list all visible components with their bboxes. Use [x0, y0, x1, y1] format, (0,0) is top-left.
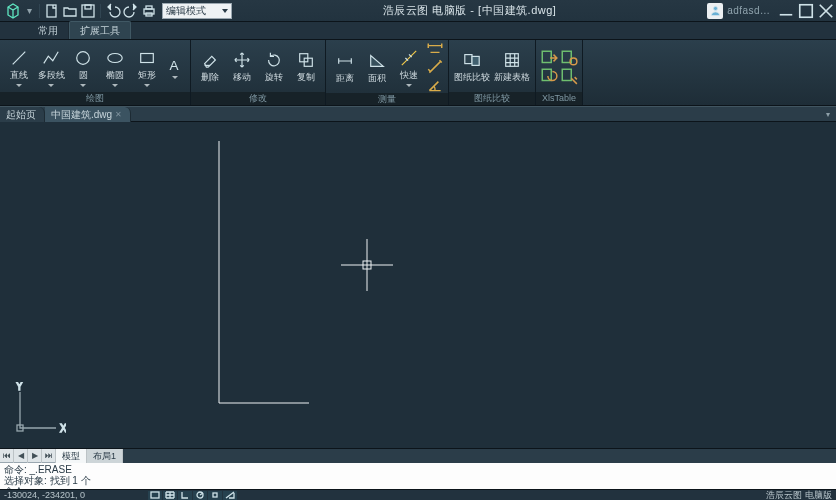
quick-measure-tool[interactable]: 快速 — [394, 47, 424, 87]
group-label-xlstable: XlsTable — [536, 92, 582, 105]
dim-angular-icon[interactable] — [426, 77, 444, 93]
tab-menu-icon[interactable]: ▾ — [820, 110, 836, 119]
rotate-tool[interactable]: 旋转 — [259, 49, 289, 84]
otrack-toggle[interactable] — [223, 491, 237, 500]
svg-rect-1 — [82, 5, 94, 17]
svg-text:Y: Y — [16, 382, 23, 392]
polyline-tool[interactable]: 多段线 — [36, 47, 66, 87]
maximize-button[interactable] — [796, 3, 816, 19]
ribbon: 直线 多段线 圆 椭圆 矩形 A 绘图 删除 移动 旋转 复制 修改 距离 面积… — [0, 40, 836, 106]
ribbon-group-compare: 图纸比较 新建表格 图纸比较 — [449, 40, 536, 105]
tab-last-icon[interactable]: ⏭ — [42, 449, 56, 463]
status-toggles — [148, 491, 237, 500]
line-tool[interactable]: 直线 — [4, 47, 34, 87]
drawing-canvas[interactable]: X Y — [0, 122, 836, 448]
command-line[interactable]: 命令: _.ERASE 选择对象: 找到 1 个 命令: — [0, 462, 836, 489]
svg-rect-16 — [506, 54, 519, 67]
svg-text:A: A — [170, 58, 179, 73]
file-tab-bar: 起始页 中国建筑.dwg✕ ▾ — [0, 106, 836, 122]
undo-icon[interactable] — [105, 3, 121, 19]
user-icon — [707, 3, 723, 19]
dim-aligned-icon[interactable] — [426, 59, 444, 75]
svg-point-6 — [713, 6, 717, 10]
ribbon-group-modify: 删除 移动 旋转 复制 修改 — [191, 40, 326, 105]
cmd-history-2: 选择对象: 找到 1 个 — [4, 475, 832, 486]
user-area[interactable]: adfasd... — [707, 3, 770, 19]
ribbon-group-draw: 直线 多段线 圆 椭圆 矩形 A 绘图 — [0, 40, 191, 105]
status-bar: -130024, -234201, 0 浩辰云图 电脑版 — [0, 489, 836, 500]
group-label-measure: 测量 — [326, 93, 448, 105]
circle-tool[interactable]: 圆 — [68, 47, 98, 87]
svg-rect-0 — [47, 5, 56, 17]
crosshair-cursor — [341, 239, 393, 291]
erase-tool[interactable]: 删除 — [195, 49, 225, 84]
ellipse-tool[interactable]: 椭圆 — [100, 47, 130, 87]
distance-tool[interactable]: 距离 — [330, 50, 360, 85]
group-label-modify: 修改 — [191, 92, 325, 105]
save-icon[interactable] — [80, 3, 96, 19]
redo-icon[interactable] — [123, 3, 139, 19]
status-brand: 浩辰云图 电脑版 — [237, 489, 836, 501]
window-title: 浩辰云图 电脑版 - [中国建筑.dwg] — [232, 3, 707, 18]
user-name: adfasd... — [727, 5, 770, 16]
tab-first-icon[interactable]: ⏮ — [0, 449, 14, 463]
tab-next-icon[interactable]: ▶ — [28, 449, 42, 463]
minimize-button[interactable] — [776, 3, 796, 19]
svg-text:X: X — [60, 423, 66, 434]
close-tab-icon[interactable]: ✕ — [115, 107, 122, 122]
cmd-history-1: 命令: _.ERASE — [4, 464, 832, 475]
model-tab[interactable]: 模型 — [56, 449, 87, 463]
xls-import-icon[interactable] — [540, 50, 558, 66]
svg-point-8 — [77, 51, 90, 64]
file-tab-start[interactable]: 起始页 — [0, 107, 45, 122]
file-tab-document[interactable]: 中国建筑.dwg✕ — [45, 107, 131, 122]
copy-tool[interactable]: 复制 — [291, 49, 321, 84]
title-bar: ▾ 编辑模式 浩辰云图 电脑版 - [中国建筑.dwg] adfasd... — [0, 0, 836, 22]
ribbon-group-xlstable: XlsTable — [536, 40, 583, 105]
ribbon-group-measure: 距离 面积 快速 测量 — [326, 40, 449, 105]
xls-link-icon[interactable] — [560, 50, 578, 66]
open-icon[interactable] — [62, 3, 78, 19]
chevron-down-icon — [222, 9, 228, 13]
svg-rect-2 — [85, 5, 91, 9]
svg-rect-26 — [151, 492, 159, 498]
close-button[interactable] — [816, 3, 836, 19]
svg-rect-21 — [562, 69, 571, 80]
mode-label: 编辑模式 — [166, 4, 206, 18]
tab-common[interactable]: 常用 — [28, 22, 69, 39]
dim-linear-icon[interactable] — [426, 41, 444, 57]
mode-combo[interactable]: 编辑模式 — [162, 3, 232, 19]
compare-tool[interactable]: 图纸比较 — [453, 49, 491, 84]
svg-rect-7 — [800, 4, 813, 17]
group-label-draw: 绘图 — [0, 92, 190, 105]
svg-rect-14 — [465, 55, 472, 64]
svg-rect-18 — [542, 69, 551, 80]
newsheet-tool[interactable]: 新建表格 — [493, 49, 531, 84]
snap-toggle[interactable] — [148, 491, 162, 500]
print-icon[interactable] — [141, 3, 157, 19]
quick-access-toolbar — [37, 3, 157, 19]
osnap-toggle[interactable] — [208, 491, 222, 500]
group-label-compare: 图纸比较 — [449, 92, 535, 105]
grid-toggle[interactable] — [163, 491, 177, 500]
svg-rect-15 — [472, 56, 479, 65]
xls-update-icon[interactable] — [540, 68, 558, 84]
qat-dropdown[interactable]: ▾ — [24, 3, 34, 19]
new-icon[interactable] — [44, 3, 60, 19]
svg-rect-17 — [542, 51, 551, 62]
svg-rect-4 — [146, 6, 152, 9]
app-logo[interactable] — [4, 2, 22, 20]
tab-prev-icon[interactable]: ◀ — [14, 449, 28, 463]
text-tool[interactable]: A — [164, 54, 186, 79]
polar-toggle[interactable] — [193, 491, 207, 500]
tab-extended-tools[interactable]: 扩展工具 — [69, 21, 131, 39]
layout1-tab[interactable]: 布局1 — [87, 449, 123, 463]
ucs-icon: X Y — [10, 382, 66, 438]
svg-rect-10 — [141, 53, 154, 62]
rect-tool[interactable]: 矩形 — [132, 47, 162, 87]
window-controls — [776, 3, 836, 19]
area-tool[interactable]: 面积 — [362, 50, 392, 85]
move-tool[interactable]: 移动 — [227, 49, 257, 84]
ortho-toggle[interactable] — [178, 491, 192, 500]
xls-settings-icon[interactable] — [560, 68, 578, 84]
